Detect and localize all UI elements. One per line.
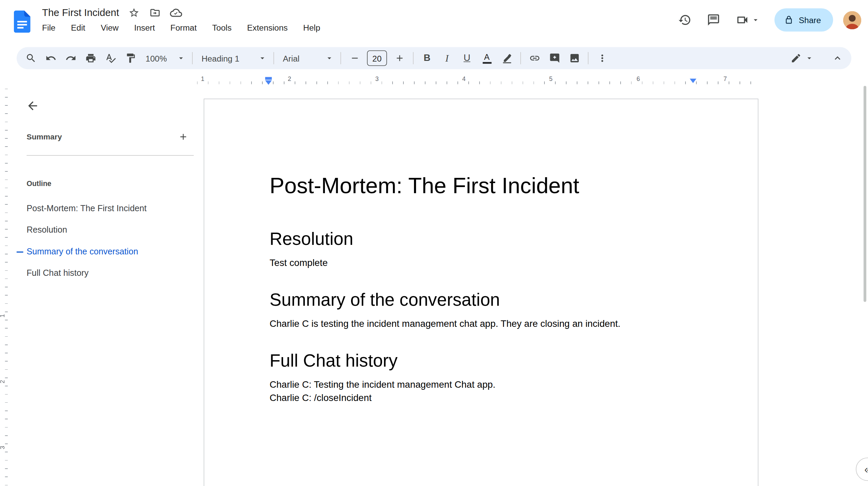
chevron-down-icon	[258, 54, 267, 63]
outline-panel: Summary Outline Post-Mortem: The First I…	[16, 93, 194, 486]
right-indent-marker[interactable]	[690, 79, 696, 83]
text-color-label: A	[484, 52, 489, 61]
vertical-scrollbar-thumb[interactable]	[864, 86, 866, 302]
chevron-down-icon	[805, 54, 814, 63]
spellcheck-icon[interactable]	[101, 50, 120, 67]
document-page[interactable]: Post-Mortem: The First Incident Resoluti…	[204, 99, 758, 486]
comments-icon[interactable]	[701, 8, 726, 32]
panel-divider	[27, 155, 194, 156]
doc-paragraph[interactable]: Test complete	[270, 256, 692, 270]
horizontal-ruler: 1 2 3 4 5 6 7	[0, 72, 868, 88]
ruler-ticks	[5, 89, 8, 486]
menu-view[interactable]: View	[96, 22, 124, 34]
ruler-number: 2	[0, 378, 5, 386]
ruler-number: 6	[635, 76, 642, 82]
menu-tools[interactable]: Tools	[207, 22, 237, 34]
toolbar-divider	[274, 52, 274, 64]
cloud-saved-icon[interactable]	[170, 7, 182, 19]
undo-icon[interactable]	[41, 50, 60, 67]
close-outline-icon[interactable]	[24, 98, 41, 114]
summary-section: Summary	[27, 130, 190, 144]
zoom-value: 100%	[145, 53, 167, 63]
decrease-font-size-icon[interactable]	[345, 50, 364, 67]
underline-label: U	[464, 53, 470, 64]
video-call-dropdown-icon[interactable]	[751, 16, 760, 24]
header-actions: Share	[673, 8, 861, 32]
bold-label: B	[424, 53, 431, 64]
doc-heading[interactable]: Summary of the conversation	[270, 289, 692, 311]
text-color-swatch	[482, 62, 491, 64]
menu-format[interactable]: Format	[166, 22, 202, 34]
increase-font-size-icon[interactable]	[390, 50, 409, 67]
chevron-down-icon	[177, 54, 186, 63]
italic-label: I	[445, 52, 449, 64]
toolbar-divider	[520, 52, 521, 64]
avatar[interactable]	[843, 11, 862, 29]
hanging-indent-marker[interactable]	[265, 80, 272, 85]
vertical-ruler: 1 2 3 4	[0, 89, 11, 486]
hide-menus-icon[interactable]	[828, 50, 847, 67]
doc-paragraph[interactable]: Charlie C: /closeIncident	[270, 392, 692, 405]
print-icon[interactable]	[81, 50, 100, 67]
outline-item[interactable]: Post-Mortem: The First Incident	[16, 197, 194, 219]
bold-button[interactable]: B	[418, 50, 436, 67]
menu-insert[interactable]: Insert	[129, 22, 160, 34]
doc-title[interactable]: Post-Mortem: The First Incident	[270, 172, 692, 199]
document-title[interactable]: The First Incident	[42, 7, 119, 18]
zoom-select[interactable]: 100%	[141, 50, 188, 67]
toolbar-divider	[413, 52, 414, 64]
ruler-number: 4	[460, 76, 468, 82]
move-folder-icon[interactable]	[149, 7, 161, 19]
app-header: The First Incident File Edit View Insert…	[0, 0, 868, 46]
paint-format-icon[interactable]	[121, 50, 140, 67]
first-line-indent-marker[interactable]	[265, 77, 272, 80]
google-docs-app: The First Incident File Edit View Insert…	[0, 0, 868, 486]
chevron-double-left-icon[interactable]: «	[856, 457, 868, 481]
outline-item[interactable]: Full Chat history	[16, 262, 194, 284]
menu-file[interactable]: File	[37, 22, 60, 34]
more-options-icon[interactable]	[593, 50, 611, 67]
font-size-input[interactable]: 20	[367, 50, 387, 66]
font-family-select[interactable]: Arial	[278, 50, 336, 67]
version-history-icon[interactable]	[673, 8, 697, 32]
doc-heading[interactable]: Resolution	[270, 228, 692, 250]
menu-help[interactable]: Help	[298, 22, 325, 34]
doc-paragraph[interactable]: Charlie C: Testing the incident manageme…	[270, 378, 692, 391]
insert-link-icon[interactable]	[525, 50, 544, 67]
share-button-label: Share	[799, 15, 821, 25]
text-color-button[interactable]: A	[478, 50, 496, 67]
redo-icon[interactable]	[62, 50, 80, 67]
pencil-icon	[787, 50, 805, 67]
insert-image-icon[interactable]	[565, 50, 584, 67]
toolbar-divider	[192, 52, 193, 64]
ruler-number: 1	[199, 76, 207, 82]
editing-mode-select[interactable]	[787, 50, 814, 67]
doc-heading[interactable]: Full Chat history	[270, 350, 692, 372]
search-menus-icon[interactable]	[22, 50, 40, 67]
underline-button[interactable]: U	[458, 50, 476, 67]
ruler-number: 7	[721, 76, 729, 82]
summary-label: Summary	[27, 132, 62, 141]
doc-paragraph[interactable]: Charlie C is testing the incident manage…	[270, 317, 692, 331]
menu-extensions[interactable]: Extensions	[242, 22, 293, 34]
outline-item[interactable]: Resolution	[16, 219, 194, 240]
ruler-number: 5	[547, 76, 555, 82]
add-summary-icon[interactable]	[176, 130, 190, 144]
toolbar-divider	[341, 52, 341, 64]
paragraph-style-select[interactable]: Heading 1	[197, 50, 269, 67]
chevron-down-icon	[325, 54, 334, 63]
ruler-number: 2	[285, 76, 293, 82]
outline-items: Post-Mortem: The First Incident Resoluti…	[16, 197, 194, 284]
star-icon[interactable]	[128, 7, 140, 19]
toolbar: 100% Heading 1 Arial 20 B I U A	[17, 47, 851, 69]
ruler-number: 1	[0, 312, 5, 320]
share-button[interactable]: Share	[775, 8, 833, 31]
outline-item-active[interactable]: Summary of the conversation	[16, 240, 194, 262]
italic-button[interactable]: I	[438, 50, 456, 67]
docs-logo-icon[interactable]	[14, 11, 31, 33]
highlight-color-icon[interactable]	[498, 50, 516, 67]
add-comment-icon[interactable]	[545, 50, 563, 67]
lock-icon	[784, 16, 793, 24]
left-indent-marker[interactable]	[265, 77, 272, 85]
menu-edit[interactable]: Edit	[66, 22, 90, 34]
